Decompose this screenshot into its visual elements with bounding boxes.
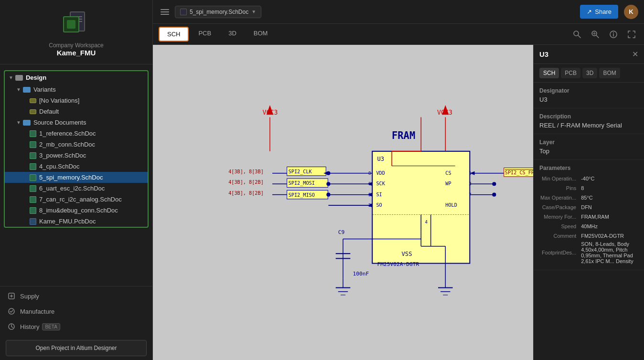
default-item[interactable]: Default: [5, 106, 148, 117]
svg-text:4[3B], 8[2B]: 4[3B], 8[2B]: [228, 191, 264, 196]
param-label: Min Operatin...: [540, 174, 580, 183]
design-folder-icon: [15, 75, 23, 81]
info-icon[interactable]: [607, 28, 620, 41]
panel-tab-3d[interactable]: 3D: [582, 68, 597, 78]
design-section: ▼ Design ▼ Variants [No Variations] Defa…: [4, 70, 149, 228]
hamburger-menu-button[interactable]: [159, 7, 171, 17]
file-5-spi-memory[interactable]: 5_spi_memory.SchDoc: [5, 172, 148, 183]
supply-item[interactable]: Supply: [0, 288, 152, 304]
svg-text:SCK: SCK: [376, 181, 385, 186]
sidebar-tree: ▼ Design ▼ Variants [No Variations] Defa…: [0, 64, 152, 286]
source-docs-item[interactable]: ▼ Source Documents: [5, 117, 148, 128]
logo-chip-inner: [67, 20, 75, 29]
search-icon[interactable]: [589, 28, 602, 41]
file-6-uart[interactable]: 6_uart_esc_i2c.SchDoc: [5, 183, 148, 194]
file-sch-icon: [30, 141, 36, 148]
variants-item[interactable]: ▼ Variants: [5, 84, 148, 95]
search-small-icon[interactable]: [570, 28, 584, 41]
layer-label: Layer: [539, 139, 638, 146]
share-label: Share: [595, 8, 612, 15]
svg-text:VSS: VSS: [401, 251, 412, 257]
param-row: Memory For...FRAM,RAM: [540, 212, 637, 221]
panel-close-button[interactable]: ✕: [632, 50, 638, 59]
file-sch-icon: [30, 163, 36, 170]
file-1-reference[interactable]: 1_reference.SchDoc: [5, 128, 148, 139]
file-sch-icon: [30, 152, 36, 159]
history-beta-badge: BETA: [42, 323, 60, 330]
panel-tab-pcb[interactable]: PCB: [561, 68, 580, 78]
file-1-label: 1_reference.SchDoc: [39, 130, 96, 137]
file-2-mb-conn[interactable]: 2_mb_conn.SchDoc: [5, 139, 148, 150]
param-row: Pins8: [540, 184, 637, 192]
svg-text:SO: SO: [376, 202, 382, 208]
viewer-tabs-left: SCH PCB 3D BOM: [159, 27, 275, 42]
workspace-name: Kame_FMU: [57, 49, 96, 57]
svg-text:FRAM: FRAM: [392, 130, 415, 141]
layer-value: Top: [539, 148, 638, 155]
panel-tab-sch[interactable]: SCH: [539, 68, 559, 78]
hamburger-line-3: [161, 14, 169, 15]
file-sch-icon: [30, 207, 36, 214]
file-2-label: 2_mb_conn.SchDoc: [39, 141, 95, 148]
svg-text:WP: WP: [445, 181, 451, 186]
variants-caret-icon: ▼: [16, 87, 21, 92]
param-row: CommentFM25V02A-DGTR: [540, 232, 637, 240]
file-3-power[interactable]: 3_power.SchDoc: [5, 150, 148, 161]
open-project-button[interactable]: Open Project in Altium Designer: [6, 340, 147, 356]
tab-bom[interactable]: BOM: [246, 27, 276, 42]
param-label: Pins: [540, 184, 580, 192]
default-label: Default: [39, 108, 59, 115]
svg-text:SPI2_MOSI: SPI2_MOSI: [289, 180, 315, 186]
svg-text:SPI2_MISO: SPI2_MISO: [289, 192, 315, 198]
history-item[interactable]: History BETA: [0, 319, 152, 334]
panel-tab-bom[interactable]: BOM: [599, 68, 620, 78]
svg-text:VDD: VDD: [376, 170, 385, 176]
fullscreen-icon[interactable]: [625, 28, 638, 41]
file-4-cpu[interactable]: 4_cpu.SchDoc: [5, 161, 148, 172]
designator-section: Designator U3: [534, 83, 644, 108]
share-button[interactable]: ↗ Share: [580, 5, 618, 19]
param-value: DFN: [581, 203, 637, 212]
file-8-imu[interactable]: 8_imu&debug_conn.SchDoc: [5, 205, 148, 216]
design-label: Design: [26, 74, 46, 81]
user-avatar[interactable]: K: [624, 5, 638, 19]
svg-line-6: [578, 35, 580, 38]
share-icon: ↗: [587, 8, 592, 15]
svg-text:4[3B], 8[3B]: 4[3B], 8[3B]: [228, 169, 264, 174]
svg-text:SPI2_CLK: SPI2_CLK: [289, 169, 312, 175]
description-value: REEL / F-RAM Memory Serial: [539, 122, 638, 129]
schematic-canvas[interactable]: VCC3 VCC3 FRAM U3 FM25V02A-DGTR VSS VDD: [153, 45, 533, 360]
param-row: Min Operatin...-40°C: [540, 174, 637, 183]
default-icon: [30, 109, 36, 114]
tab-sch[interactable]: SCH: [159, 27, 189, 42]
logo-chip-shape: [63, 16, 79, 32]
viewer-tabs: SCH PCB 3D BOM: [153, 24, 644, 45]
file-pcb-label: Kame_FMU.PcbDoc: [39, 218, 96, 225]
file-7-can[interactable]: 7_can_rc_i2c_analog.SchDoc: [5, 194, 148, 205]
param-label: Case/Package: [540, 203, 580, 212]
tab-pcb[interactable]: PCB: [191, 27, 219, 42]
param-label: Max Operatin...: [540, 193, 580, 202]
no-variations-item[interactable]: [No Variations]: [5, 95, 148, 106]
svg-rect-14: [153, 54, 533, 351]
param-row: Speed40MHz: [540, 222, 637, 231]
svg-text:100nF: 100nF: [353, 271, 369, 277]
svg-text:4[3B], 8[2B]: 4[3B], 8[2B]: [228, 180, 264, 185]
variants-folder-icon: [23, 87, 31, 93]
tab-3d[interactable]: 3D: [221, 27, 244, 42]
source-docs-folder-icon: [23, 120, 31, 126]
file-tab[interactable]: 5_spi_memory.SchDoc ▼: [175, 6, 261, 18]
manufacture-item[interactable]: Manufacture: [0, 304, 152, 319]
viewer-tabs-right: [570, 28, 638, 41]
history-icon: [8, 323, 15, 330]
svg-text:SPI2_CS_FRAM#: SPI2_CS_FRAM#: [505, 170, 533, 176]
file-sch-icon: [30, 130, 36, 137]
designator-value: U3: [539, 96, 638, 103]
design-header[interactable]: ▼ Design: [5, 71, 148, 84]
file-kame-pcb[interactable]: Kame_FMU.PcbDoc: [5, 216, 148, 227]
param-value: 8: [581, 184, 637, 192]
svg-text:CS: CS: [445, 170, 451, 176]
parameters-section: Parameters Min Operatin...-40°CPins8Max …: [534, 160, 644, 270]
file-sch-icon: [30, 196, 36, 203]
svg-point-67: [492, 182, 496, 186]
